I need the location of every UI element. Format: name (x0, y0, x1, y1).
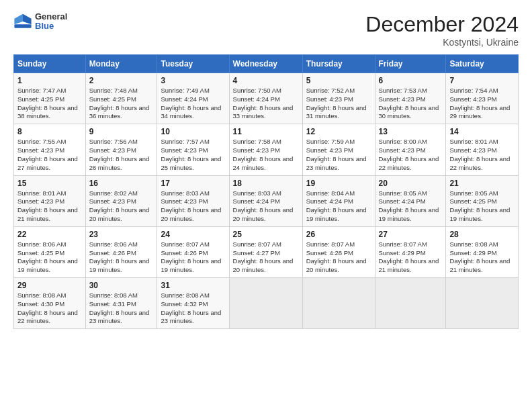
weekday-wednesday: Wednesday (229, 55, 302, 73)
calendar-cell: 16Sunrise: 8:02 AMSunset: 4:23 PMDayligh… (85, 175, 157, 226)
day-number: 15 (17, 179, 82, 188)
calendar-table: SundayMondayTuesdayWednesdayThursdayFrid… (13, 54, 519, 329)
day-info: Sunrise: 7:54 AMSunset: 4:23 PMDaylight:… (449, 87, 515, 121)
day-info: Sunrise: 8:06 AMSunset: 4:25 PMDaylight:… (17, 240, 82, 275)
weekday-saturday: Saturday (446, 55, 519, 73)
day-info: Sunrise: 8:08 AMSunset: 4:30 PMDaylight:… (17, 291, 82, 326)
day-info: Sunrise: 8:03 AMSunset: 4:24 PMDaylight:… (233, 189, 299, 224)
calendar-cell: 4Sunrise: 7:50 AMSunset: 4:24 PMDaylight… (229, 73, 302, 124)
day-number: 29 (17, 281, 82, 290)
calendar-cell: 31Sunrise: 8:08 AMSunset: 4:32 PMDayligh… (157, 278, 229, 329)
weekday-row: SundayMondayTuesdayWednesdayThursdayFrid… (14, 55, 519, 73)
day-info: Sunrise: 7:53 AMSunset: 4:23 PMDaylight:… (379, 87, 443, 121)
logo-general: General (35, 12, 67, 21)
logo: General Blue (13, 12, 67, 32)
day-number: 24 (161, 230, 225, 239)
header: General Blue December 2024 Kostyntsi, Uk… (13, 12, 519, 48)
calendar-cell: 30Sunrise: 8:08 AMSunset: 4:31 PMDayligh… (85, 278, 157, 329)
day-info: Sunrise: 7:57 AMSunset: 4:23 PMDaylight:… (161, 138, 225, 172)
day-info: Sunrise: 7:50 AMSunset: 4:24 PMDaylight:… (233, 87, 299, 121)
day-number: 9 (89, 127, 154, 136)
calendar-cell: 7Sunrise: 7:54 AMSunset: 4:23 PMDaylight… (446, 73, 519, 124)
day-number: 30 (89, 281, 154, 290)
page: General Blue December 2024 Kostyntsi, Uk… (0, 0, 532, 411)
day-number: 19 (306, 179, 371, 188)
day-number: 12 (306, 127, 371, 136)
calendar-cell (302, 278, 375, 329)
day-info: Sunrise: 8:07 AMSunset: 4:27 PMDaylight:… (233, 240, 299, 275)
day-info: Sunrise: 8:00 AMSunset: 4:23 PMDaylight:… (379, 138, 443, 172)
day-number: 6 (379, 76, 443, 85)
day-info: Sunrise: 8:08 AMSunset: 4:29 PMDaylight:… (449, 240, 515, 275)
calendar-cell: 27Sunrise: 8:07 AMSunset: 4:29 PMDayligh… (375, 226, 446, 277)
weekday-tuesday: Tuesday (157, 55, 229, 73)
calendar-cell: 23Sunrise: 8:06 AMSunset: 4:26 PMDayligh… (85, 226, 157, 277)
day-info: Sunrise: 7:58 AMSunset: 4:23 PMDaylight:… (233, 138, 299, 172)
day-info: Sunrise: 7:56 AMSunset: 4:23 PMDaylight:… (89, 138, 154, 172)
day-number: 3 (161, 76, 225, 85)
week-row-1: 1Sunrise: 7:47 AMSunset: 4:25 PMDaylight… (14, 73, 519, 124)
day-info: Sunrise: 8:02 AMSunset: 4:23 PMDaylight:… (89, 189, 154, 224)
day-info: Sunrise: 8:05 AMSunset: 4:24 PMDaylight:… (379, 189, 443, 224)
day-number: 13 (379, 127, 443, 136)
calendar-header: SundayMondayTuesdayWednesdayThursdayFrid… (14, 55, 519, 73)
calendar-cell: 14Sunrise: 8:01 AMSunset: 4:23 PMDayligh… (446, 124, 519, 175)
day-number: 31 (161, 281, 225, 290)
calendar-cell: 9Sunrise: 7:56 AMSunset: 4:23 PMDaylight… (85, 124, 157, 175)
calendar-cell: 10Sunrise: 7:57 AMSunset: 4:23 PMDayligh… (157, 124, 229, 175)
logo-blue: Blue (35, 21, 67, 31)
day-number: 23 (89, 230, 154, 239)
day-number: 16 (89, 179, 154, 188)
weekday-friday: Friday (375, 55, 446, 73)
day-number: 21 (449, 179, 515, 188)
calendar-cell: 13Sunrise: 8:00 AMSunset: 4:23 PMDayligh… (375, 124, 446, 175)
calendar-cell: 3Sunrise: 7:49 AMSunset: 4:24 PMDaylight… (157, 73, 229, 124)
day-info: Sunrise: 8:08 AMSunset: 4:32 PMDaylight:… (161, 291, 225, 326)
day-number: 25 (233, 230, 299, 239)
calendar-cell: 25Sunrise: 8:07 AMSunset: 4:27 PMDayligh… (229, 226, 302, 277)
subtitle: Kostyntsi, Ukraine (365, 37, 519, 48)
calendar-cell: 21Sunrise: 8:05 AMSunset: 4:25 PMDayligh… (446, 175, 519, 226)
day-number: 4 (233, 76, 299, 85)
title-block: December 2024 Kostyntsi, Ukraine (365, 12, 519, 48)
day-info: Sunrise: 7:55 AMSunset: 4:23 PMDaylight:… (17, 138, 82, 172)
calendar-cell: 11Sunrise: 7:58 AMSunset: 4:23 PMDayligh… (229, 124, 302, 175)
day-info: Sunrise: 8:07 AMSunset: 4:26 PMDaylight:… (161, 240, 225, 275)
day-number: 2 (89, 76, 154, 85)
calendar-cell: 6Sunrise: 7:53 AMSunset: 4:23 PMDaylight… (375, 73, 446, 124)
day-number: 8 (17, 127, 82, 136)
calendar-cell: 29Sunrise: 8:08 AMSunset: 4:30 PMDayligh… (14, 278, 86, 329)
week-row-2: 8Sunrise: 7:55 AMSunset: 4:23 PMDaylight… (14, 124, 519, 175)
calendar-cell: 28Sunrise: 8:08 AMSunset: 4:29 PMDayligh… (446, 226, 519, 277)
day-info: Sunrise: 7:52 AMSunset: 4:23 PMDaylight:… (306, 87, 371, 121)
day-info: Sunrise: 7:49 AMSunset: 4:24 PMDaylight:… (161, 87, 225, 121)
calendar-cell: 19Sunrise: 8:04 AMSunset: 4:24 PMDayligh… (302, 175, 375, 226)
calendar-cell: 24Sunrise: 8:07 AMSunset: 4:26 PMDayligh… (157, 226, 229, 277)
day-info: Sunrise: 8:01 AMSunset: 4:23 PMDaylight:… (17, 189, 82, 224)
week-row-5: 29Sunrise: 8:08 AMSunset: 4:30 PMDayligh… (14, 278, 519, 329)
day-number: 17 (161, 179, 225, 188)
weekday-monday: Monday (85, 55, 157, 73)
day-info: Sunrise: 8:07 AMSunset: 4:28 PMDaylight:… (306, 240, 371, 275)
calendar-cell: 12Sunrise: 7:59 AMSunset: 4:23 PMDayligh… (302, 124, 375, 175)
svg-rect-3 (14, 24, 31, 28)
week-row-3: 15Sunrise: 8:01 AMSunset: 4:23 PMDayligh… (14, 175, 519, 226)
calendar-body: 1Sunrise: 7:47 AMSunset: 4:25 PMDaylight… (14, 73, 519, 329)
day-number: 27 (379, 230, 443, 239)
day-info: Sunrise: 8:07 AMSunset: 4:29 PMDaylight:… (379, 240, 443, 275)
calendar-cell: 15Sunrise: 8:01 AMSunset: 4:23 PMDayligh… (14, 175, 86, 226)
day-number: 5 (306, 76, 371, 85)
day-info: Sunrise: 8:04 AMSunset: 4:24 PMDaylight:… (306, 189, 371, 224)
calendar-cell: 22Sunrise: 8:06 AMSunset: 4:25 PMDayligh… (14, 226, 86, 277)
month-title: December 2024 (365, 12, 519, 37)
day-number: 11 (233, 127, 299, 136)
logo-text: General Blue (35, 12, 67, 32)
calendar-cell (229, 278, 302, 329)
day-info: Sunrise: 7:59 AMSunset: 4:23 PMDaylight:… (306, 138, 371, 172)
calendar-cell (375, 278, 446, 329)
day-number: 14 (449, 127, 515, 136)
calendar-cell: 18Sunrise: 8:03 AMSunset: 4:24 PMDayligh… (229, 175, 302, 226)
calendar-cell: 2Sunrise: 7:48 AMSunset: 4:25 PMDaylight… (85, 73, 157, 124)
day-number: 7 (449, 76, 515, 85)
day-number: 18 (233, 179, 299, 188)
